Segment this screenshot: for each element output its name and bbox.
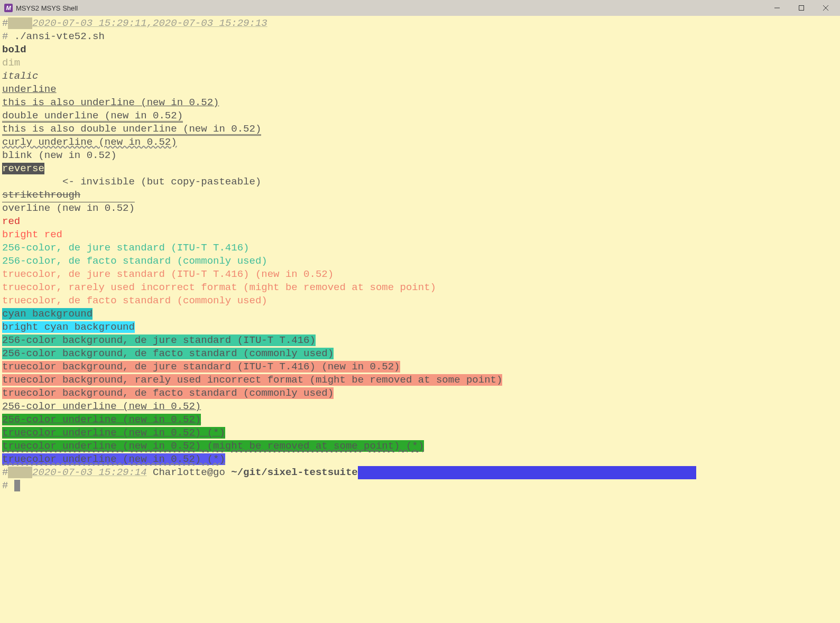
tc-ul-star-line: truecolor underline (new in 0.52) (*) bbox=[2, 426, 838, 440]
also-double-underline-line: this is also double underline (new in 0.… bbox=[2, 123, 838, 136]
user-host: Charlotte@go bbox=[147, 467, 232, 478]
strikethrough-line: strikethrough bbox=[2, 189, 838, 202]
prompt2-timestamp: 2020-07-03 15:29:14 bbox=[32, 467, 147, 478]
c256-jure-line: 256-color, de jure standard (ITU-T T.416… bbox=[2, 241, 838, 255]
prompt-spacer bbox=[8, 17, 32, 29]
tc-jure-line: truecolor, de jure standard (ITU-T T.416… bbox=[2, 268, 838, 281]
invisible-line: <- invisible (but copy-pasteable) bbox=[2, 175, 838, 189]
c256-ul-line: 256-color underline (new in 0.52) bbox=[2, 400, 838, 413]
prompt2-spacer bbox=[8, 467, 32, 478]
tc-ul-removed-line: truecolor underline (new in 0.52) (might… bbox=[2, 440, 838, 453]
maximize-button[interactable] bbox=[789, 0, 814, 16]
cmd-hash: # bbox=[2, 31, 8, 42]
window-title: MSYS2 MSYS Shell bbox=[16, 4, 78, 12]
c256-bg-jure-line: 256-color background, de jure standard (… bbox=[2, 334, 838, 347]
tc-rare-line: truecolor, rarely used incorrect format … bbox=[2, 281, 838, 294]
close-button[interactable] bbox=[814, 0, 838, 16]
curly-underline-line: curly underline (new in 0.52) bbox=[2, 136, 838, 149]
prompt-timestamp: 2020-07-03 15:29:11,2020-07-03 15:29:13 bbox=[32, 17, 267, 29]
also-underline-line: this is also underline (new in 0.52) bbox=[2, 96, 838, 109]
bold-line: bold bbox=[2, 43, 838, 57]
red-line: red bbox=[2, 215, 838, 228]
terminal-cursor bbox=[14, 480, 20, 491]
command-text: ./ansi-vte52.sh bbox=[8, 31, 104, 42]
titlebar[interactable]: M MSYS2 MSYS Shell bbox=[0, 0, 840, 16]
cyan-bg-line: cyan background bbox=[2, 308, 838, 321]
cwd-path: ~/git/sixel-testsuite bbox=[231, 467, 357, 478]
prompt-hash: # bbox=[2, 17, 8, 29]
tc-facto-line: truecolor, de facto standard (commonly u… bbox=[2, 294, 838, 308]
svg-rect-1 bbox=[799, 6, 804, 11]
underline-line: underline bbox=[2, 83, 838, 96]
reverse-line: reverse bbox=[2, 162, 838, 175]
titlebar-buttons bbox=[765, 0, 838, 16]
msys2-window: M MSYS2 MSYS Shell # 2020-07-03 15:29:11… bbox=[0, 0, 840, 623]
prompt-line-2: # 2020-07-03 15:29:14 Charlotte@go ~/git… bbox=[2, 466, 838, 479]
cursor-bar bbox=[358, 466, 696, 479]
tc-bg-jure-line: truecolor background, de jure standard (… bbox=[2, 360, 838, 374]
titlebar-left: M MSYS2 MSYS Shell bbox=[4, 4, 78, 12]
prompt-line-1: # 2020-07-03 15:29:11,2020-07-03 15:29:1… bbox=[2, 17, 838, 30]
prompt3-hash: # bbox=[2, 480, 8, 491]
dim-line: dim bbox=[2, 57, 838, 70]
italic-line: italic bbox=[2, 70, 838, 83]
double-underline-line: double underline (new in 0.52) bbox=[2, 109, 838, 123]
c256-ul2-line: 256-color underline (new in 0.52) bbox=[2, 413, 838, 426]
c256-facto-line: 256-color, de facto standard (commonly u… bbox=[2, 255, 838, 268]
tc-bg-rare-line: truecolor background, rarely used incorr… bbox=[2, 374, 838, 387]
c256-bg-facto-line: 256-color background, de facto standard … bbox=[2, 347, 838, 360]
tc-bg-facto-line: truecolor background, de facto standard … bbox=[2, 387, 838, 400]
minimize-button[interactable] bbox=[765, 0, 789, 16]
bright-cyan-bg-line: bright cyan background bbox=[2, 321, 838, 334]
msys2-icon: M bbox=[4, 4, 13, 12]
command-line: # ./ansi-vte52.sh bbox=[2, 30, 838, 43]
tc-ul-star2-line: truecolor underline (new in 0.52) (*) bbox=[2, 453, 838, 466]
overline-line: overline (new in 0.52) bbox=[2, 202, 838, 215]
terminal-area[interactable]: # 2020-07-03 15:29:11,2020-07-03 15:29:1… bbox=[0, 16, 840, 623]
prompt2-hash: # bbox=[2, 467, 8, 478]
blink-line: blink (new in 0.52) bbox=[2, 149, 838, 162]
prompt-line-3: # bbox=[2, 479, 838, 492]
bright-red-line: bright red bbox=[2, 228, 838, 241]
